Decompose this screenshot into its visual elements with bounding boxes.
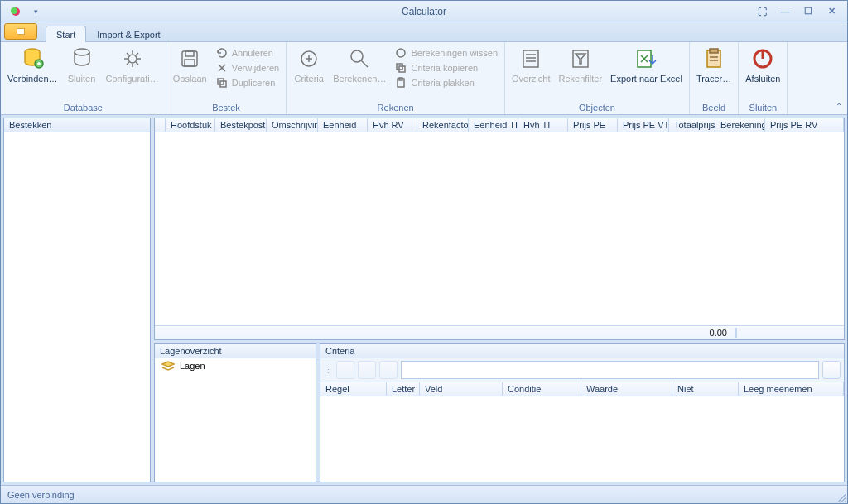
col-hvh-rv[interactable]: Hvh RV: [368, 118, 417, 132]
focus-mode-button[interactable]: ⛶: [753, 5, 771, 18]
save-icon: [176, 46, 203, 72]
main-grid-header: Hoofdstuk Bestekpost Omschrijving Eenhei…: [155, 118, 844, 132]
verbinden-button[interactable]: Verbinden…: [4, 44, 61, 85]
crit-col-regel[interactable]: Regel: [320, 382, 387, 396]
col-totaalprijs[interactable]: Totaalprijs: [669, 118, 716, 132]
berekeningen-wissen-label: Berekeningen wissen: [411, 48, 498, 58]
berekenen-button[interactable]: Berekenen…: [330, 44, 389, 85]
group-label-sluiten: Sluiten: [742, 102, 783, 114]
criteria-color-button[interactable]: [822, 361, 841, 379]
close-button[interactable]: ✕: [822, 5, 841, 18]
export-excel-label: Export naar Excel: [610, 74, 682, 84]
criteria-plakken-label: Criteria plakken: [411, 78, 474, 88]
layers-icon: [161, 361, 175, 371]
main-grid: Hoofdstuk Bestekpost Omschrijving Eenhei…: [154, 118, 845, 340]
size-grip[interactable]: [836, 492, 846, 502]
overzicht-button[interactable]: Overzicht: [508, 44, 553, 85]
crit-col-veld[interactable]: Veld: [420, 382, 503, 396]
criteria-filter-input[interactable]: [401, 361, 819, 379]
group-label-rekenen: Rekenen: [290, 102, 501, 114]
criteria-button[interactable]: Criteria: [290, 44, 328, 85]
rekenfilter-label: Rekenfilter: [558, 74, 602, 84]
criteria-copy-button[interactable]: [379, 361, 398, 379]
svg-point-4: [75, 49, 89, 55]
verwijderen-label: Verwijderen: [232, 63, 279, 73]
overzicht-label: Overzicht: [512, 74, 550, 84]
col-prijs-pe[interactable]: Prijs PE: [568, 118, 618, 132]
clear-icon: [394, 46, 407, 60]
qat-dropdown-icon[interactable]: ▾: [34, 7, 38, 16]
group-label-bestek: Bestek: [170, 102, 282, 114]
criteria-grid-rows[interactable]: [320, 396, 844, 482]
quick-access-toolbar: ▾: [2, 5, 38, 18]
exit-icon: [749, 46, 776, 72]
svg-point-5: [128, 55, 137, 63]
col-prijs-pe-rv[interactable]: Prijs PE RV: [765, 118, 844, 132]
app-icon: [9, 5, 22, 18]
svg-rect-18: [523, 50, 538, 67]
crit-col-niet[interactable]: Niet: [672, 382, 739, 396]
dupliceren-button[interactable]: Dupliceren: [212, 75, 282, 90]
criteria-plakken-button[interactable]: Criteria plakken: [391, 75, 501, 90]
minimize-button[interactable]: —: [776, 5, 794, 18]
bestekken-panel-title: Bestekken: [4, 118, 150, 132]
criteria-back-button[interactable]: [336, 361, 354, 379]
configuratie-label: Configurati…: [106, 74, 159, 84]
duplicate-icon: [215, 76, 229, 89]
crit-col-leeg[interactable]: Leeg meenemen: [739, 382, 844, 396]
ribbon-group-rekenen: Criteria Berekenen… Berekeningen wissen: [287, 42, 505, 114]
maximize-button[interactable]: ☐: [799, 5, 817, 18]
tracer-button[interactable]: Tracer…: [693, 44, 735, 85]
svg-rect-22: [710, 49, 718, 53]
filter-icon: [567, 46, 594, 72]
main-grid-rows[interactable]: [155, 132, 844, 325]
crit-col-letter[interactable]: Letter: [387, 382, 420, 396]
lagen-root-item[interactable]: Lagen: [155, 358, 316, 373]
row-selector-header[interactable]: [155, 118, 166, 132]
criteria-remove-button[interactable]: [358, 361, 376, 379]
tab-import-export[interactable]: Import & Export: [86, 26, 171, 42]
window-title: Calculator: [1, 6, 847, 17]
rekenfilter-button[interactable]: Rekenfilter: [555, 44, 605, 85]
berekenen-label: Berekenen…: [333, 74, 386, 84]
criteria-kopieren-button[interactable]: Criteria kopiëren: [391, 60, 501, 75]
col-eenheid[interactable]: Eenheid: [318, 118, 368, 132]
annuleren-button[interactable]: Annuleren: [212, 46, 282, 60]
col-bestekpost[interactable]: Bestekpost: [215, 118, 267, 132]
lagen-panel-title: Lagenoverzicht: [155, 344, 316, 358]
sluiten-db-button[interactable]: Sluiten: [63, 44, 101, 85]
criteria-icon: [296, 46, 322, 72]
statusbar: Geen verbinding: [1, 485, 847, 503]
database-close-icon: [69, 46, 95, 72]
ribbon-group-sluiten: Afsluiten Sluiten: [739, 42, 788, 114]
col-hvh-ti[interactable]: Hvh TI: [518, 118, 568, 132]
tab-start[interactable]: Start: [46, 26, 86, 42]
col-hoofdstuk[interactable]: Hoofdstuk: [166, 118, 215, 132]
svg-rect-7: [186, 51, 194, 56]
berekeningen-wissen-button[interactable]: Berekeningen wissen: [391, 46, 501, 60]
col-eenheid-ti[interactable]: Eenheid TI: [469, 118, 518, 132]
tracer-label: Tracer…: [696, 74, 731, 84]
col-rekenfactor[interactable]: Rekenfactor: [417, 118, 469, 132]
col-omschrijving[interactable]: Omschrijving: [267, 118, 318, 132]
crit-col-waarde[interactable]: Waarde: [581, 382, 672, 396]
crit-col-conditie[interactable]: Conditie: [503, 382, 581, 396]
opslaan-button[interactable]: Opslaan: [170, 44, 210, 85]
lagen-panel: Lagenoverzicht Lagen: [154, 343, 316, 482]
annuleren-label: Annuleren: [232, 48, 273, 58]
col-prijs-pe-vtov[interactable]: Prijs PE VTOV: [618, 118, 669, 132]
export-excel-icon: [633, 46, 659, 72]
ribbon-collapse-icon[interactable]: ⌃: [836, 102, 842, 111]
verwijderen-button[interactable]: Verwijderen: [212, 60, 282, 75]
application-menu-button[interactable]: [4, 23, 37, 40]
body: Bestekken Hoofdstuk Bestekpost Omschrijv…: [1, 115, 847, 485]
ribbon-group-beeld: Tracer… Beeld: [690, 42, 739, 114]
afsluiten-button[interactable]: Afsluiten: [742, 44, 783, 85]
gear-icon: [119, 46, 146, 72]
export-excel-button[interactable]: Export naar Excel: [607, 44, 686, 85]
bestekken-tree[interactable]: [4, 132, 150, 482]
undo-icon: [215, 46, 229, 60]
criteria-kopieren-label: Criteria kopiëren: [411, 63, 478, 73]
col-berekening[interactable]: Berekening: [716, 118, 765, 132]
configuratie-button[interactable]: Configurati…: [103, 44, 162, 85]
